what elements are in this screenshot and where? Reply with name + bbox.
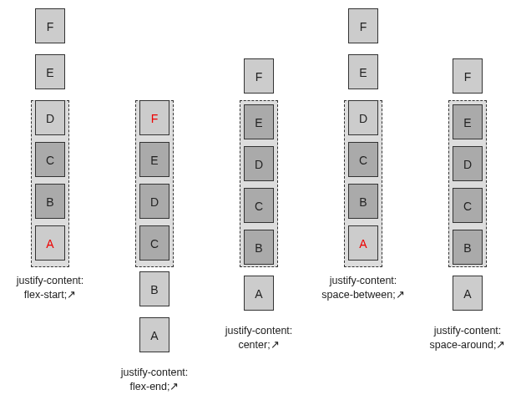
flex-item-d: D <box>453 146 483 181</box>
flex-item-b: B <box>139 271 169 306</box>
flex-item-b: B <box>453 230 483 265</box>
flex-item-e: E <box>453 104 483 139</box>
caption-line-1: justify-content: <box>434 325 502 337</box>
caption-line-2: center; <box>238 339 270 351</box>
caption-line-1: justify-content: <box>330 275 397 286</box>
flex-item-c: C <box>244 188 274 223</box>
flex-item-f: F <box>348 8 378 43</box>
flex-item-d: D <box>35 100 65 135</box>
flex-item-b: B <box>348 184 378 219</box>
caption-flex-end: justify-content: flex-end;↗ <box>109 366 200 394</box>
flex-item-c: C <box>453 188 483 223</box>
caption-line-1: justify-content: <box>225 325 293 337</box>
flex-item-f: F <box>453 58 483 94</box>
flex-item-c: C <box>35 142 65 177</box>
example-space-around: A B C D E F justify-content: space-aroun… <box>422 8 513 352</box>
caption-line-1: justify-content: <box>121 367 189 378</box>
caption-line-2: flex-start; <box>24 289 67 301</box>
flex-item-c: C <box>348 142 378 177</box>
stack-flex-start: A B C D E F <box>33 8 67 267</box>
arrow-icon: ↗ <box>396 289 405 301</box>
flex-item-b: B <box>35 184 65 219</box>
stack-space-between: A B C D E F <box>346 8 380 267</box>
example-center: A B C D E F justify-content: center;↗ <box>213 8 305 352</box>
caption-line-2: space-between; <box>321 289 395 301</box>
example-space-between: A B C D E F justify-content: space-betwe… <box>317 8 409 302</box>
flex-item-a: A <box>453 276 483 311</box>
caption-line-2: flex-end; <box>130 381 170 392</box>
flex-item-d: D <box>348 100 378 135</box>
flex-item-b: B <box>244 230 274 265</box>
arrow-icon: ↗ <box>496 339 505 351</box>
flex-item-e: E <box>348 54 378 89</box>
diagram-stage: A B C D E F justify-content: flex-start;… <box>0 0 521 420</box>
flex-item-a: A <box>244 276 274 311</box>
caption-flex-start: justify-content: flex-start;↗ <box>4 274 96 302</box>
arrow-icon: ↗ <box>271 339 280 351</box>
flex-item-a: A <box>348 225 378 261</box>
stack-flex-end: A B C D E F <box>138 8 171 359</box>
flex-item-a: A <box>35 225 65 261</box>
caption-space-between: justify-content: space-between;↗ <box>317 274 409 302</box>
caption-line-1: justify-content: <box>17 275 84 286</box>
flex-item-e: E <box>139 142 169 177</box>
flex-item-e: E <box>244 104 274 139</box>
example-flex-end: A B C D E F justify-content: flex-end;↗ <box>109 8 200 394</box>
arrow-icon: ↗ <box>169 381 179 392</box>
flex-item-f: F <box>35 8 65 43</box>
caption-line-2: space-around; <box>430 339 497 351</box>
stack-center: A B C D E F <box>242 8 276 317</box>
stack-space-around: A B C D E F <box>451 8 484 317</box>
flex-item-d: D <box>139 184 169 219</box>
flex-item-c: C <box>139 225 169 261</box>
caption-space-around: justify-content: space-around;↗ <box>422 324 513 352</box>
flex-item-a: A <box>139 317 169 352</box>
flex-item-f: F <box>244 58 274 94</box>
caption-center: justify-content: center;↗ <box>213 324 305 352</box>
arrow-icon: ↗ <box>67 289 76 301</box>
example-flex-start: A B C D E F justify-content: flex-start;… <box>4 8 96 302</box>
flex-item-d: D <box>244 146 274 181</box>
flex-item-e: E <box>35 54 65 89</box>
flex-item-f: F <box>139 100 169 135</box>
